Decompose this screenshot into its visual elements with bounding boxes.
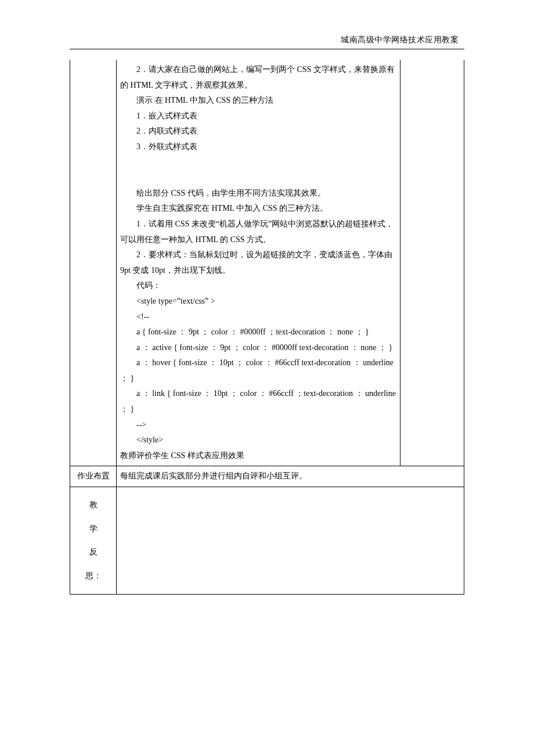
main-line: 演示 在 HTML 中加入 CSS 的三种方法 xyxy=(120,93,396,109)
reflection-char: 反 xyxy=(74,545,113,560)
main-line: 学生自主实践探究在 HTML 中加入 CSS 的三种方法。 xyxy=(120,201,396,217)
main-right-cell xyxy=(400,60,464,466)
main-line: 3．外联式样式表 xyxy=(120,139,396,155)
code-line: <style type=”text/css” > xyxy=(120,294,396,309)
code-line: </style> xyxy=(120,433,396,448)
main-line: 给出部分 CSS 代码，由学生用不同方法实现其效果。 xyxy=(120,186,396,201)
code-label: 代码： xyxy=(120,278,396,294)
code-line: <!-- xyxy=(120,309,396,325)
reflection-char: 学 xyxy=(74,521,113,537)
main-content-row: 2．请大家在自己做的网站上，编写一到两个 CSS 文字样式，来替换原有的 HTM… xyxy=(70,60,464,466)
main-line: 2．内联式样式表 xyxy=(120,124,396,139)
page-header-title: 城南高级中学网络技术应用教案 xyxy=(70,35,464,45)
main-content-cell: 2．请大家在自己做的网站上，编写一到两个 CSS 文字样式，来替换原有的 HTM… xyxy=(117,60,400,466)
homework-row: 作业布置 每组完成课后实践部分并进行组内自评和小组互评。 xyxy=(70,466,464,487)
code-line: --> xyxy=(120,417,396,433)
main-line: 1．嵌入式样式表 xyxy=(120,109,396,124)
reflection-char: 教 xyxy=(74,498,113,513)
reflection-char: 思： xyxy=(74,568,113,584)
main-line: 2．请大家在自己做的网站上，编写一到两个 CSS 文字样式，来替换原有的 HTM… xyxy=(120,62,396,93)
header-divider xyxy=(70,49,464,49)
main-label-cell xyxy=(70,60,117,466)
code-line: a ： active { font-size ： 9pt ； color ： #… xyxy=(120,340,396,356)
code-line: a { font-size ： 9pt ； color ： #0000ff ；t… xyxy=(120,325,396,340)
lesson-plan-table: 2．请大家在自己做的网站上，编写一到两个 CSS 文字样式，来替换原有的 HTM… xyxy=(70,60,464,595)
page-container: 城南高级中学网络技术应用教案 2．请大家在自己做的网站上，编写一到两个 CSS … xyxy=(0,0,534,756)
main-line: 教师评价学生 CSS 样式表应用效果 xyxy=(120,448,396,464)
reflection-content-cell xyxy=(117,487,464,595)
main-line: 1．试着用 CSS 来改变“机器人做学玩”网站中浏览器默认的超链接样式，可以用任… xyxy=(120,217,396,247)
main-line: 2．要求样式：当鼠标划过时，设为超链接的文字，变成淡蓝色，字体由 9pt 变成 … xyxy=(120,247,396,278)
reflection-row: 教 学 反 思： xyxy=(70,487,464,595)
reflection-label-cell: 教 学 反 思： xyxy=(70,487,117,595)
homework-label-cell: 作业布置 xyxy=(70,466,117,487)
code-line: a ： link { font-size ： 10pt ； color ： #6… xyxy=(120,386,396,417)
homework-content-cell: 每组完成课后实践部分并进行组内自评和小组互评。 xyxy=(117,466,464,487)
code-line: a ： hover { font-size ： 10pt ； color ： #… xyxy=(120,355,396,386)
